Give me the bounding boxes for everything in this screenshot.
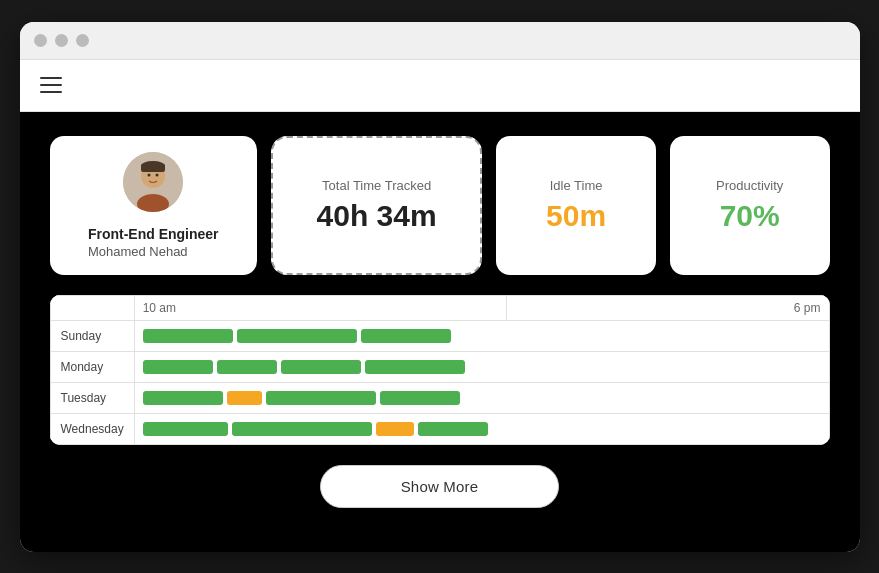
user-card: Front-End Engineer Mohamed Nehad: [50, 136, 257, 275]
day-label: Monday: [50, 351, 134, 382]
show-more-button[interactable]: Show More: [320, 465, 560, 508]
time-header-start: 10 am: [134, 295, 506, 320]
time-tracked-card: Total Time Tracked 40h 34m: [271, 136, 482, 275]
activity-bar: [237, 329, 357, 343]
table-row: Sunday: [50, 320, 829, 351]
activity-bar: [281, 360, 361, 374]
activity-bar: [266, 391, 376, 405]
avatar: [123, 152, 183, 212]
nav-bar: [20, 60, 860, 112]
activity-bar: [143, 360, 213, 374]
svg-point-5: [148, 173, 151, 176]
user-role: Front-End Engineer: [88, 226, 219, 242]
activity-bar: [361, 329, 451, 343]
day-label: Tuesday: [50, 382, 134, 413]
bars-cell: [134, 382, 829, 413]
idle-time-label: Idle Time: [550, 178, 603, 193]
activity-bar: [376, 422, 414, 436]
browser-window: Front-End Engineer Mohamed Nehad Total T…: [20, 22, 860, 552]
idle-time-value: 50m: [546, 199, 606, 233]
day-label: Wednesday: [50, 413, 134, 444]
menu-icon[interactable]: [40, 77, 62, 93]
bars-cell: [134, 413, 829, 444]
time-header-row: 10 am 6 pm: [50, 295, 829, 320]
timeline-container: 10 am 6 pm SundayMondayTuesdayWednesday: [50, 295, 830, 445]
idle-time-card: Idle Time 50m: [496, 136, 656, 275]
activity-bar: [418, 422, 488, 436]
activity-bar: [143, 329, 233, 343]
productivity-label: Productivity: [716, 178, 783, 193]
timeline-table: 10 am 6 pm SundayMondayTuesdayWednesday: [50, 295, 830, 445]
time-header-end: 6 pm: [506, 295, 829, 320]
productivity-value: 70%: [720, 199, 780, 233]
table-row: Monday: [50, 351, 829, 382]
svg-point-6: [156, 173, 159, 176]
activity-bar: [143, 391, 223, 405]
main-content: Front-End Engineer Mohamed Nehad Total T…: [20, 112, 860, 552]
traffic-light-close[interactable]: [34, 34, 47, 47]
table-row: Wednesday: [50, 413, 829, 444]
activity-bar: [227, 391, 262, 405]
activity-bar: [365, 360, 465, 374]
traffic-light-minimize[interactable]: [55, 34, 68, 47]
time-header-spacer: [50, 295, 134, 320]
activity-bar: [232, 422, 372, 436]
bars-cell: [134, 320, 829, 351]
activity-bar: [380, 391, 460, 405]
activity-bar: [217, 360, 277, 374]
bars-cell: [134, 351, 829, 382]
cards-row: Front-End Engineer Mohamed Nehad Total T…: [50, 136, 830, 275]
table-row: Tuesday: [50, 382, 829, 413]
title-bar: [20, 22, 860, 60]
time-tracked-label: Total Time Tracked: [322, 178, 431, 193]
user-info: Front-End Engineer Mohamed Nehad: [88, 226, 219, 259]
svg-rect-4: [141, 164, 165, 172]
time-tracked-value: 40h 34m: [317, 199, 437, 233]
user-name: Mohamed Nehad: [88, 244, 219, 259]
activity-bar: [143, 422, 228, 436]
traffic-light-maximize[interactable]: [76, 34, 89, 47]
productivity-card: Productivity 70%: [670, 136, 830, 275]
day-label: Sunday: [50, 320, 134, 351]
